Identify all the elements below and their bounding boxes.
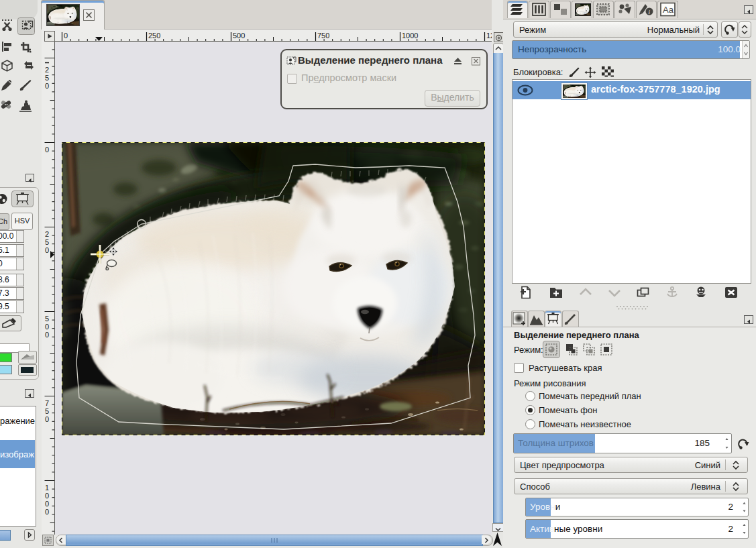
- svg-text:0: 0: [45, 492, 49, 500]
- svg-text:1250: 1250: [486, 32, 492, 40]
- svg-text:0: 0: [45, 246, 49, 254]
- svg-text:5: 5: [45, 315, 49, 323]
- svg-text:500: 500: [233, 32, 245, 40]
- svg-text:0: 0: [45, 82, 49, 90]
- svg-text:0: 0: [45, 146, 49, 154]
- svg-text:7: 7: [45, 399, 49, 407]
- svg-text:1: 1: [45, 484, 49, 492]
- svg-text:0: 0: [45, 331, 49, 339]
- svg-text:750: 750: [317, 32, 329, 40]
- svg-text:5: 5: [45, 407, 49, 415]
- svg-text:0: 0: [45, 415, 49, 423]
- svg-text:0: 0: [45, 323, 49, 331]
- svg-text:Aa: Aa: [663, 5, 674, 15]
- svg-text:1000: 1000: [402, 32, 418, 40]
- svg-text:5: 5: [45, 74, 49, 82]
- svg-text:5: 5: [45, 238, 49, 246]
- svg-text:0: 0: [64, 32, 68, 40]
- svg-text:0: 0: [45, 500, 49, 508]
- svg-text:2: 2: [45, 66, 49, 74]
- svg-text:250: 250: [148, 32, 160, 40]
- svg-text:0: 0: [45, 508, 49, 516]
- svg-text:2: 2: [45, 230, 49, 238]
